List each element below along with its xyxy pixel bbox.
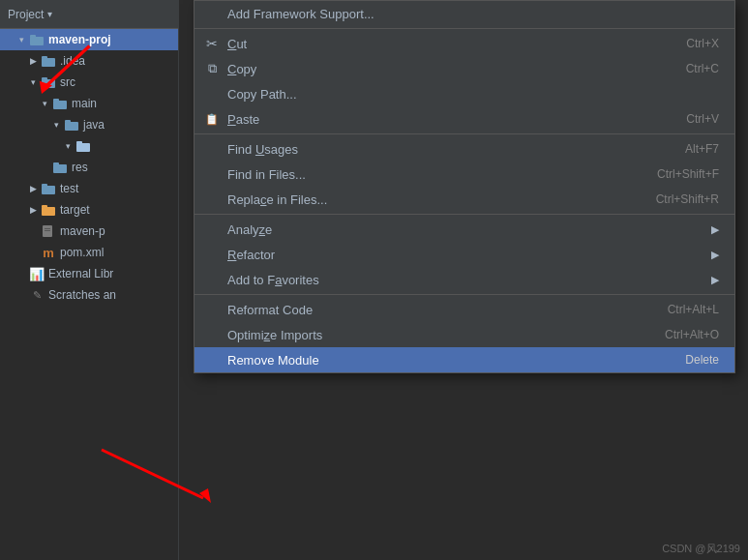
- menu-shortcut: Delete: [685, 353, 719, 367]
- menu-item-icon: [202, 139, 222, 159]
- menu-separator: [194, 133, 734, 134]
- tree-item-label: target: [60, 203, 90, 217]
- menu-item-label: Add Framework Support...: [227, 7, 719, 21]
- menu-item-analyze[interactable]: Analyze ▶: [194, 217, 734, 242]
- svg-rect-7: [53, 99, 59, 102]
- scratch-icon: ✎: [29, 287, 45, 303]
- menu-item-optimize-imports[interactable]: Optimize Imports Ctrl+Alt+O: [194, 322, 734, 347]
- expand-icon: ▶: [27, 204, 39, 216]
- svg-rect-12: [53, 164, 67, 173]
- menu-item-label: Copy: [227, 62, 686, 76]
- spacer: [27, 225, 39, 237]
- tree-item-label: main: [72, 97, 97, 110]
- paste-icon: 📋: [202, 109, 222, 129]
- menu-item-copy-path[interactable]: Copy Path...: [194, 81, 734, 106]
- menu-shortcut: Alt+F7: [685, 142, 719, 156]
- submenu-arrow-icon: ▶: [711, 274, 719, 286]
- tree-item-java[interactable]: ▾ java: [0, 114, 178, 135]
- folder-icon: [41, 181, 56, 196]
- svg-rect-0: [30, 37, 44, 45]
- menu-item-label: Find Usages: [227, 142, 685, 157]
- expand-icon: ▾: [39, 98, 50, 109]
- tree-item-label: src: [60, 75, 75, 89]
- menu-item-add-framework[interactable]: Add Framework Support...: [194, 1, 734, 26]
- menu-item-icon: [202, 245, 222, 264]
- tree-item-idea[interactable]: ▶ .idea: [0, 50, 178, 72]
- tree-item-label: res: [72, 161, 88, 174]
- tree-item-scratches[interactable]: ✎ Scratches an: [0, 284, 178, 306]
- menu-shortcut: Ctrl+Alt+O: [665, 328, 719, 341]
- copy-icon: ⧉: [202, 59, 222, 78]
- svg-rect-8: [65, 122, 78, 131]
- menu-item-icon: [202, 84, 222, 103]
- menu-item-label: Replace in Files...: [227, 192, 656, 207]
- svg-rect-9: [65, 120, 71, 123]
- svg-rect-11: [76, 141, 82, 144]
- menu-item-cut[interactable]: Cut Ctrl+X: [194, 31, 734, 56]
- svg-rect-16: [42, 207, 55, 216]
- expand-icon: [39, 162, 50, 173]
- menu-item-label: Add to Favorites: [227, 273, 703, 287]
- svg-rect-20: [45, 230, 50, 231]
- menu-item-icon: [202, 270, 222, 289]
- menu-item-refactor[interactable]: Refactor ▶: [194, 242, 734, 267]
- menu-shortcut: Ctrl+X: [686, 37, 719, 50]
- submenu-arrow-icon: ▶: [711, 249, 719, 261]
- expand-icon: ▶: [27, 183, 39, 194]
- menu-item-icon: [202, 300, 222, 319]
- watermark: CSDN @风2199: [662, 542, 740, 556]
- chevron-down-icon[interactable]: ▾: [47, 9, 52, 19]
- tree-item-test[interactable]: ▶ test: [0, 178, 178, 199]
- tree-item-target[interactable]: ▶ target: [0, 199, 178, 221]
- menu-item-label: Remove Module: [227, 353, 685, 368]
- folder-icon: [52, 96, 68, 111]
- menu-item-label: Cut: [227, 37, 686, 51]
- folder-icon: [41, 202, 56, 218]
- menu-shortcut: Ctrl+Alt+L: [668, 303, 719, 316]
- tree-item-ext-lib[interactable]: 📊 External Libr: [0, 263, 178, 284]
- tree-item-src[interactable]: ▾ src: [0, 72, 178, 93]
- panel-title: Project: [8, 8, 44, 21]
- lib-icon: 📊: [29, 266, 45, 281]
- menu-item-find-in-files[interactable]: Find in Files... Ctrl+Shift+F: [194, 162, 734, 187]
- tree-item-res[interactable]: res: [0, 157, 178, 178]
- menu-item-label: Find in Files...: [227, 167, 657, 182]
- svg-rect-19: [45, 228, 50, 229]
- menu-shortcut: Ctrl+Shift+R: [656, 192, 719, 206]
- tree-item-label: maven-p: [60, 224, 105, 238]
- svg-rect-6: [53, 101, 67, 109]
- menu-item-add-favorites[interactable]: Add to Favorites ▶: [194, 267, 734, 292]
- tree-item-pom-xml[interactable]: m pom.xml: [0, 242, 178, 263]
- menu-separator: [194, 294, 734, 295]
- tree-item-label: pom.xml: [60, 246, 104, 259]
- folder-icon: [41, 53, 56, 69]
- menu-separator: [194, 28, 734, 29]
- folder-icon: [41, 74, 56, 90]
- svg-rect-3: [42, 56, 47, 59]
- menu-item-icon: [202, 4, 222, 23]
- tree-item-java-sub[interactable]: ▾: [0, 135, 178, 157]
- tree-item-label: .idea: [60, 54, 85, 68]
- menu-item-icon: [202, 350, 222, 369]
- menu-item-copy[interactable]: ⧉ Copy Ctrl+C: [194, 56, 734, 81]
- menu-item-find-usages[interactable]: Find Usages Alt+F7: [194, 136, 734, 162]
- spacer: [15, 289, 27, 301]
- svg-rect-4: [42, 79, 55, 88]
- menu-item-remove-module[interactable]: Remove Module Delete: [194, 347, 734, 372]
- svg-rect-15: [42, 184, 47, 187]
- folder-icon: [52, 160, 68, 175]
- menu-item-label: Copy Path...: [227, 87, 719, 102]
- menu-shortcut: Ctrl+C: [686, 62, 719, 75]
- menu-shortcut: Ctrl+Shift+F: [657, 167, 719, 181]
- menu-item-reformat[interactable]: Reformat Code Ctrl+Alt+L: [194, 297, 734, 322]
- menu-item-label: Optimize Imports: [227, 328, 665, 342]
- menu-item-replace-in-files[interactable]: Replace in Files... Ctrl+Shift+R: [194, 187, 734, 212]
- tree-item-main[interactable]: ▾ main: [0, 93, 178, 114]
- context-menu: Add Framework Support... Cut Ctrl+X ⧉ Co…: [179, 0, 748, 560]
- menu-item-paste[interactable]: 📋 Paste Ctrl+V: [194, 106, 734, 132]
- tree-item-maven-p[interactable]: maven-p: [0, 221, 178, 242]
- spacer: [27, 247, 39, 258]
- folder-icon: [64, 117, 79, 133]
- menu-item-label: Refactor: [227, 248, 703, 262]
- tree-item-maven-proj[interactable]: ▾ maven-proj: [0, 29, 178, 50]
